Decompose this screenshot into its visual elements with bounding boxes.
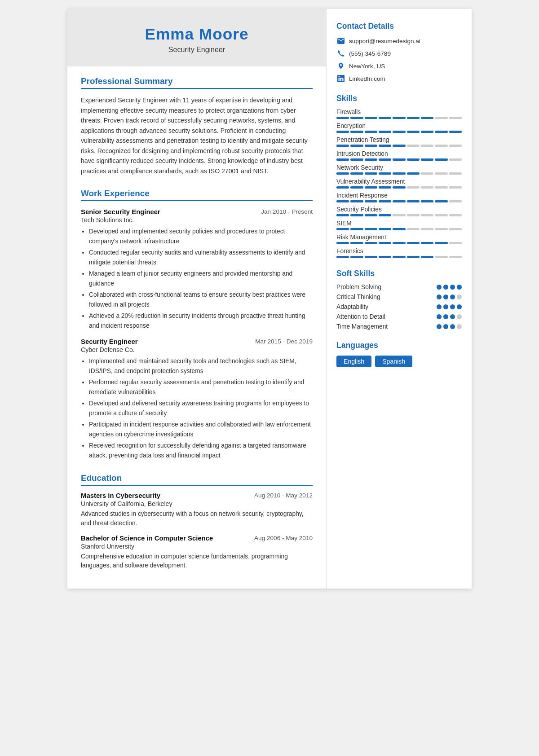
- contact-section-title: Contact Details: [336, 22, 462, 31]
- skill-segment: [350, 172, 363, 175]
- skill-segment: [379, 131, 391, 133]
- skill-segment: [393, 214, 405, 216]
- edu-item-1: Masters in Cybersecurity Aug 2010 - May …: [81, 492, 313, 528]
- skill-segment: [435, 256, 447, 258]
- skill-segment: [379, 228, 391, 230]
- skill-segment: [393, 145, 405, 147]
- skill-name: Security Policies: [336, 206, 462, 213]
- skill-dots: [437, 285, 462, 290]
- language-badge: English: [336, 356, 371, 367]
- candidate-title: Security Engineer: [76, 46, 317, 54]
- skill-segment: [336, 256, 349, 258]
- skill-segment: [449, 158, 462, 161]
- skill-segment: [379, 172, 391, 175]
- skill-segment: [393, 186, 405, 189]
- skill-segment: [336, 117, 349, 119]
- skill-segment: [407, 214, 420, 216]
- dot: [457, 314, 462, 319]
- skill-segment: [421, 158, 433, 161]
- contact-phone: (555) 345-6789: [336, 49, 462, 58]
- skill-segment: [407, 228, 420, 230]
- dot: [437, 294, 442, 299]
- skill-segment: [350, 228, 363, 230]
- job-dates-1: Jan 2010 - Present: [261, 208, 313, 215]
- list-item: Participated in incident response activi…: [89, 420, 313, 440]
- skill-segment: [435, 172, 447, 175]
- skill-bar: [336, 145, 462, 147]
- skill-dots: [437, 314, 462, 319]
- skill-segment: [336, 186, 349, 189]
- dot: [443, 324, 448, 329]
- dot: [450, 304, 455, 309]
- skill-segment: [407, 145, 420, 147]
- skill-segment: [365, 214, 377, 216]
- skill-segment: [407, 117, 420, 119]
- skill-segment: [407, 131, 420, 133]
- edu-dates-2: Aug 2006 - May 2010: [254, 535, 313, 541]
- job-company-2: Cyber Defense Co.: [81, 346, 313, 353]
- skill-name: SIEM: [336, 220, 462, 227]
- work-experience-title: Work Experience: [81, 189, 313, 201]
- edu-school-1: University of California, Berkeley: [81, 500, 313, 507]
- list-item: Received recognition for successfully de…: [89, 441, 313, 461]
- skill-segment: [449, 214, 462, 216]
- skill-name: Forensics: [336, 248, 462, 255]
- soft-skill-name: Adaptability: [336, 303, 368, 310]
- language-badges: EnglishSpanish: [336, 356, 462, 367]
- skill-segment: [336, 172, 349, 175]
- skill-bar: [336, 256, 462, 258]
- skill-segment: [379, 158, 391, 161]
- skill-item: Encryption: [336, 123, 462, 133]
- skill-segment: [435, 200, 447, 202]
- soft-skill-row: Attention to Detail: [336, 313, 462, 320]
- skill-segment: [421, 228, 433, 230]
- header-section: Emma Moore Security Engineer: [67, 9, 326, 66]
- location-value: NewYork, US: [349, 63, 385, 70]
- education-title: Education: [81, 473, 313, 486]
- skill-segment: [393, 256, 405, 258]
- contact-linkedin: LinkedIn.com: [336, 74, 462, 83]
- job-title-1: Senior Security Engineer: [81, 208, 160, 215]
- skill-item: Firewalls: [336, 109, 462, 119]
- skill-segment: [336, 158, 349, 161]
- skill-item: Penetration Testing: [336, 136, 462, 147]
- skill-segment: [365, 117, 377, 119]
- job-item-1: Senior Security Engineer Jan 2010 - Pres…: [81, 208, 313, 331]
- skill-bar: [336, 186, 462, 189]
- skill-segment: [350, 256, 363, 258]
- contact-email: support@resumedesign.ai: [336, 36, 462, 45]
- dot: [443, 294, 448, 299]
- skill-bar: [336, 242, 462, 244]
- skill-segment: [435, 228, 447, 230]
- skill-item: Intrusion Detection: [336, 150, 462, 161]
- skill-segment: [336, 214, 349, 216]
- skill-segment: [449, 256, 462, 258]
- skill-segment: [435, 158, 447, 161]
- job-header-2: Security Engineer Mar 2015 - Dec 2019: [81, 338, 313, 345]
- skill-segment: [421, 131, 433, 133]
- soft-skill-row: Adaptability: [336, 303, 462, 310]
- skill-name: Intrusion Detection: [336, 150, 462, 157]
- skill-bar: [336, 172, 462, 175]
- skill-segment: [336, 242, 349, 244]
- dot: [443, 285, 448, 290]
- resume-container: Emma Moore Security Engineer Professiona…: [67, 9, 472, 589]
- skill-segment: [407, 186, 420, 189]
- phone-value: (555) 345-6789: [349, 50, 391, 57]
- skill-segment: [449, 242, 462, 244]
- skill-segment: [350, 158, 363, 161]
- skill-segment: [379, 256, 391, 258]
- skill-segment: [350, 117, 363, 119]
- linkedin-value: LinkedIn.com: [349, 75, 385, 82]
- email-value: support@resumedesign.ai: [349, 38, 420, 44]
- job-company-1: Tech Solutions Inc.: [81, 216, 313, 224]
- dot: [437, 285, 442, 290]
- skill-segment: [435, 145, 447, 147]
- soft-skill-name: Time Management: [336, 323, 388, 330]
- soft-skill-name: Attention to Detail: [336, 313, 385, 320]
- skill-segment: [449, 131, 462, 133]
- list-item: Developed and delivered security awarene…: [89, 399, 313, 418]
- dot: [457, 304, 462, 309]
- skill-segment: [393, 200, 405, 202]
- skill-item: Risk Management: [336, 234, 462, 244]
